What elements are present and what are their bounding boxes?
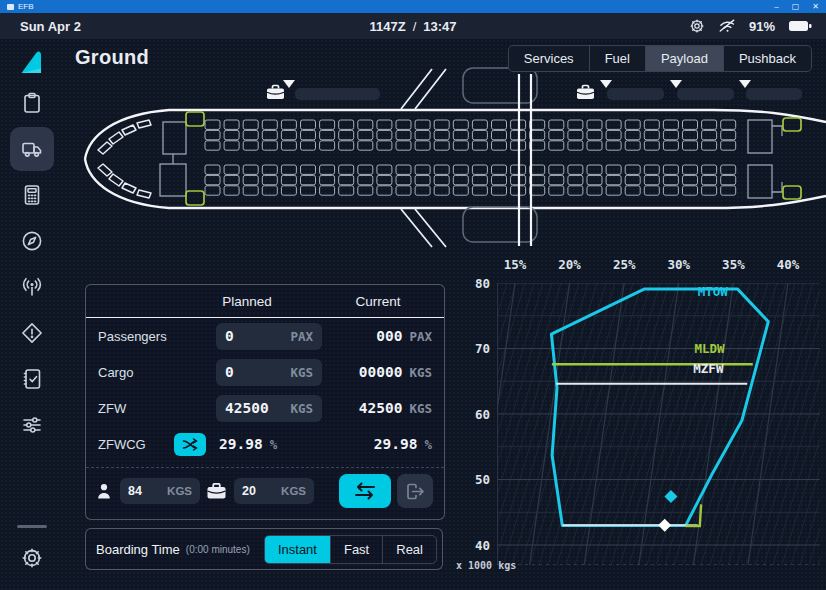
calculator-icon [20, 183, 44, 207]
station-handle-icon[interactable] [670, 80, 682, 88]
payload-card: Planned Current Passengers 0 PAX 000 PAX… [85, 284, 445, 520]
table-row-cargo: Cargo 0 KGS 00000 KGS [86, 354, 444, 390]
passengers-input[interactable]: 0 PAX [216, 323, 322, 350]
station-fill-bar[interactable] [295, 88, 380, 100]
compass-icon [20, 229, 44, 253]
briefcase-icon [577, 86, 594, 100]
tab-payload[interactable]: Payload [645, 46, 723, 71]
cg-envelope-chart: 15%20%25%30%35%40%8070605040x 1000 kgsMT… [455, 250, 826, 572]
fbw-logo [19, 50, 45, 74]
station-fill-bar[interactable] [677, 88, 734, 100]
cargo-input[interactable]: 0 KGS [216, 359, 322, 386]
export-icon [406, 483, 425, 500]
svg-text:MZFW: MZFW [693, 361, 724, 376]
checklist-icon [20, 367, 44, 391]
cg-toggle-button[interactable] [174, 433, 206, 456]
efb-screen: EFB – ▢ ✕ Sun Apr 2 1147Z/13:47 91% [0, 0, 826, 590]
svg-text:25%: 25% [613, 257, 636, 272]
wing-surfaces [463, 68, 537, 242]
sidebar-item-ground[interactable] [10, 127, 54, 171]
cargo-current: 00000 KGS [334, 364, 444, 380]
battery-percentage: 91% [749, 19, 775, 34]
status-bar: Sun Apr 2 1147Z/13:47 91% [0, 13, 826, 39]
minimize-button[interactable]: – [774, 0, 778, 13]
svg-text:30%: 30% [668, 257, 691, 272]
send-to-sim-button[interactable] [397, 474, 433, 508]
station-fill-bar[interactable] [746, 88, 802, 100]
clipboard-icon [20, 91, 44, 115]
svg-text:70: 70 [475, 341, 490, 356]
boarding-time-card: Boarding Time (0:00 minutes) Instant Fas… [85, 528, 443, 570]
boarding-time-sublabel: (0:00 minutes) [186, 544, 250, 555]
station-handle-icon[interactable] [283, 80, 295, 88]
wifi-off-icon [718, 18, 736, 34]
truck-icon [20, 137, 44, 161]
maximize-button[interactable]: ▢ [792, 0, 800, 13]
cockpit-windows [98, 120, 151, 198]
svg-text:20%: 20% [558, 257, 581, 272]
svg-text:60: 60 [475, 407, 490, 422]
battery-icon [788, 19, 812, 33]
boarding-speed-group: Instant Fast Real [264, 535, 437, 564]
table-row-passengers: Passengers 0 PAX 000 PAX [86, 318, 444, 354]
sidebar-item-navigation[interactable] [10, 219, 54, 263]
station-fill-bar[interactable] [607, 88, 664, 100]
sidebar-item-presets[interactable] [10, 403, 54, 447]
window-titlebar: EFB – ▢ ✕ [0, 0, 826, 13]
svg-text:MTOW: MTOW [698, 284, 729, 299]
briefcase-icon [207, 483, 226, 499]
tab-services[interactable]: Services [509, 46, 589, 71]
pax-weight-input[interactable]: 84 KGS [120, 478, 200, 504]
cg-envelope-svg: 15%20%25%30%35%40%8070605040x 1000 kgsMT… [455, 250, 826, 572]
svg-text:x 1000 kgs: x 1000 kgs [456, 560, 516, 571]
sidebar-nav [0, 39, 64, 590]
table-row-zfw: ZFW 42500 KGS 42500 KGS [86, 390, 444, 426]
close-button[interactable]: ✕ [812, 0, 819, 13]
zfw-input[interactable]: 42500 KGS [216, 395, 322, 422]
svg-text:50: 50 [475, 472, 490, 487]
person-icon [96, 483, 112, 500]
gear-icon [20, 546, 44, 570]
payload-table-header: Planned Current [86, 285, 444, 318]
passengers-current: 000 PAX [334, 328, 444, 344]
fuselage-outline [85, 110, 826, 208]
warning-diamond-icon [20, 321, 44, 345]
aft-galley [748, 120, 782, 198]
boarding-option-instant[interactable]: Instant [265, 536, 330, 563]
bag-weight-input[interactable]: 20 KGS [234, 478, 314, 504]
svg-text:MLDW: MLDW [694, 341, 725, 356]
seat-grid [205, 120, 736, 195]
payload-footer: 84 KGS 20 KGS [86, 468, 444, 514]
station-handle-icon[interactable] [600, 80, 612, 88]
svg-text:80: 80 [475, 276, 490, 291]
table-row-zfwcg: ZFWCG 29.98 % 29.98 % [86, 426, 444, 462]
sidebar-item-dashboard[interactable] [10, 81, 54, 125]
tab-pushback[interactable]: Pushback [723, 46, 811, 71]
svg-text:40%: 40% [777, 257, 800, 272]
station-handle-icon[interactable] [739, 80, 751, 88]
shuffle-icon [182, 438, 199, 451]
sidebar-item-atc[interactable] [10, 265, 54, 309]
quick-settings-gear-icon[interactable] [689, 18, 705, 34]
sidebar-item-checklists[interactable] [10, 357, 54, 401]
tab-fuel[interactable]: Fuel [589, 46, 645, 71]
svg-text:35%: 35% [722, 257, 745, 272]
boarding-option-fast[interactable]: Fast [330, 536, 382, 563]
briefcase-icon [267, 86, 284, 100]
swap-arrows-icon [352, 482, 378, 500]
sidebar-item-settings[interactable] [10, 536, 54, 580]
wing-box-spars [519, 74, 531, 246]
boarding-time-label: Boarding Time [96, 542, 180, 557]
svg-text:15%: 15% [504, 257, 527, 272]
sliders-icon [20, 413, 44, 437]
app-icon [7, 4, 14, 10]
antenna-icon [20, 275, 44, 299]
forward-galley [160, 122, 186, 196]
sidebar-item-performance[interactable] [10, 173, 54, 217]
zfw-current: 42500 KGS [334, 400, 444, 416]
load-transfer-button[interactable] [339, 474, 391, 508]
boarding-option-real[interactable]: Real [382, 536, 436, 563]
sidebar-divider [17, 525, 47, 528]
sidebar-item-failures[interactable] [10, 311, 54, 355]
ground-tabs: Services Fuel Payload Pushback [508, 45, 812, 72]
